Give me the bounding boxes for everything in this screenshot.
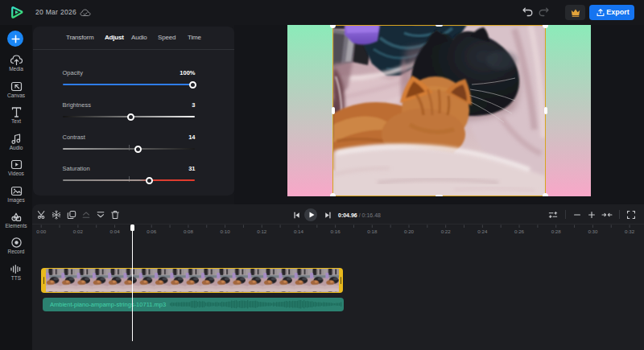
svg-text:0:18: 0:18 — [367, 229, 378, 234]
svg-text:0:06: 0:06 — [147, 229, 157, 234]
svg-text:0:14: 0:14 — [294, 229, 304, 234]
svg-text:0:00: 0:00 — [36, 229, 47, 234]
svg-text:0:04: 0:04 — [110, 229, 121, 234]
svg-text:0:30: 0:30 — [588, 229, 598, 234]
svg-text:0:26: 0:26 — [514, 229, 525, 234]
svg-text:0:32: 0:32 — [625, 229, 635, 234]
svg-text:0:10: 0:10 — [221, 229, 231, 234]
svg-text:0:02: 0:02 — [73, 229, 84, 234]
svg-text:0:16: 0:16 — [331, 229, 341, 234]
svg-text:0:08: 0:08 — [184, 229, 194, 234]
svg-text:0:24: 0:24 — [477, 229, 488, 234]
svg-text:0:20: 0:20 — [404, 229, 415, 234]
svg-text:0:28: 0:28 — [551, 229, 562, 234]
svg-text:0:12: 0:12 — [257, 229, 267, 234]
svg-text:0:22: 0:22 — [441, 229, 452, 234]
